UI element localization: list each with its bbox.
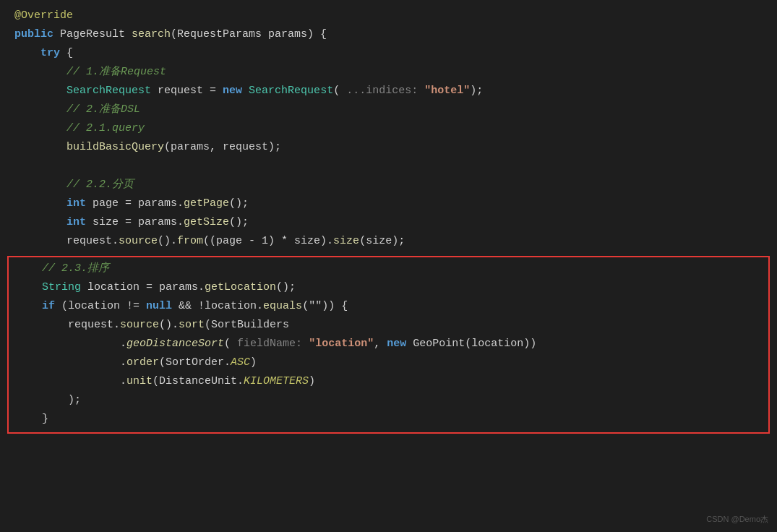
normal-text: (DistanceUnit. — [153, 373, 244, 390]
normal-text: ) — [309, 373, 315, 390]
normal-text: (SortBuilders — [205, 317, 289, 334]
param-hint-indices: ...indices: — [346, 82, 418, 100]
hl-line-2: String location = params. getLocation ()… — [16, 279, 761, 298]
keyword-if: if — [42, 298, 55, 315]
method-from: from — [177, 233, 203, 250]
hl-line-8: ); — [16, 392, 761, 411]
normal-text: (RequestParams params) { — [171, 26, 327, 43]
keyword-int-size: int — [66, 214, 86, 231]
normal-text: && !location. — [172, 298, 263, 315]
code-line-3: try { — [0, 45, 777, 64]
normal-indent — [14, 233, 66, 250]
normal-indent — [16, 354, 120, 372]
hl-line-7: . unit (DistanceUnit. KILOMETERS ) — [16, 373, 761, 392]
normal-indent — [14, 82, 66, 100]
normal-indent — [14, 214, 66, 231]
normal-text: size = params. — [86, 214, 184, 231]
normal-indent — [16, 317, 68, 334]
normal-text: request. — [68, 317, 120, 334]
normal-text — [418, 82, 424, 100]
code-line-13: request. source (). from ((page - 1) * s… — [0, 233, 777, 252]
code-line-12: int size = params. getSize (); — [0, 214, 777, 233]
method-geodistancesort: geoDistanceSort — [126, 335, 224, 353]
hl-line-4: request. source (). sort (SortBuilders — [16, 317, 761, 335]
normal-text: location = params. — [81, 279, 205, 296]
normal-text: (). — [158, 233, 177, 250]
normal-indent — [14, 64, 66, 81]
param-hint-fieldname: fieldName: — [237, 335, 302, 353]
normal-dot: . — [120, 354, 126, 372]
method-equals: equals — [263, 298, 302, 315]
normal-empty — [14, 158, 21, 175]
normal-indent — [16, 260, 42, 278]
normal-text: ); — [470, 82, 483, 100]
normal-text: ("")) — [302, 298, 335, 315]
classname-searchrequest2: SearchRequest — [249, 82, 333, 100]
method-sort: sort — [179, 317, 205, 334]
normal-text: ) — [250, 354, 257, 372]
classname-string: String — [42, 279, 81, 296]
classname-searchrequest: SearchRequest — [66, 82, 151, 100]
normal-text: request. — [66, 233, 119, 250]
hl-line-9: } — [16, 411, 761, 429]
comment-23sort: // 2.3.排序 — [42, 260, 109, 278]
code-editor: @Override public PageResult search (Requ… — [0, 0, 777, 532]
code-line-6: // 2.准备DSL — [0, 101, 777, 120]
method-size: size — [333, 233, 359, 250]
normal-text: (). — [159, 317, 179, 334]
code-line-10: // 2.2.分页 — [0, 176, 777, 195]
keyword-new: new — [223, 82, 242, 100]
normal-text — [242, 82, 249, 100]
normal-text: ); — [68, 392, 81, 409]
enum-kilometers: KILOMETERS — [244, 373, 309, 390]
normal-text: ( — [333, 82, 346, 100]
normal-text: ( — [224, 335, 237, 353]
highlighted-sort-block: // 2.3.排序 String location = params. getL… — [7, 256, 770, 434]
code-line-11: int page = params. getPage (); — [0, 195, 777, 214]
comment-21query: // 2.1.query — [66, 120, 145, 137]
code-line-4: // 1.准备Request — [0, 64, 777, 82]
hl-line-1: // 2.3.排序 — [16, 260, 761, 279]
normal-text: { — [60, 45, 73, 62]
method-source: source — [119, 233, 158, 250]
normal-text: (SortOrder. — [159, 354, 231, 372]
normal-text: GeoPoint(location)) — [406, 335, 536, 353]
string-hotel: "hotel" — [424, 82, 470, 100]
normal-text: (location != — [55, 298, 146, 315]
normal-text: page = params. — [86, 195, 184, 213]
code-line-2: public PageResult search (RequestParams … — [0, 26, 777, 45]
normal-text: (size); — [359, 233, 405, 250]
normal-text: PageResult — [53, 26, 132, 43]
enum-asc: ASC — [231, 354, 250, 372]
hl-line-6: . order (SortOrder. ASC ) — [16, 354, 761, 373]
code-line-1: @Override — [0, 7, 777, 26]
method-getpage: getPage — [184, 195, 229, 213]
keyword-public: public — [14, 26, 53, 43]
closing-brace: } — [42, 411, 48, 428]
keyword-try: try — [40, 45, 60, 62]
normal-indent — [14, 176, 66, 194]
annotation-override: @Override — [14, 7, 73, 25]
method-buildbasicquery: buildBasicQuery — [66, 139, 164, 156]
method-getsize: getSize — [184, 214, 229, 231]
normal-text: { — [335, 298, 348, 315]
normal-text: (params, request); — [164, 139, 281, 156]
normal-text: (); — [229, 195, 249, 213]
method-unit: unit — [126, 373, 153, 390]
normal-indent — [16, 279, 42, 296]
watermark: CSDN @Demo杰 — [706, 513, 768, 526]
normal-indent — [14, 101, 66, 119]
hl-line-5: . geoDistanceSort ( fieldName: "location… — [16, 335, 761, 354]
normal-indent — [16, 392, 68, 409]
method-search: search — [132, 26, 171, 43]
method-source2: source — [120, 317, 159, 334]
hl-line-3: if (location != null && !location. equal… — [16, 298, 761, 317]
code-line-7: // 2.1.query — [0, 120, 777, 139]
method-order: order — [126, 354, 159, 372]
normal-indent — [14, 139, 66, 156]
code-line-5: SearchRequest request = new SearchReques… — [0, 82, 777, 101]
normal-dot: . — [120, 373, 126, 390]
normal-text: request = — [151, 82, 223, 100]
keyword-new2: new — [387, 335, 406, 353]
normal-indent — [16, 298, 42, 315]
